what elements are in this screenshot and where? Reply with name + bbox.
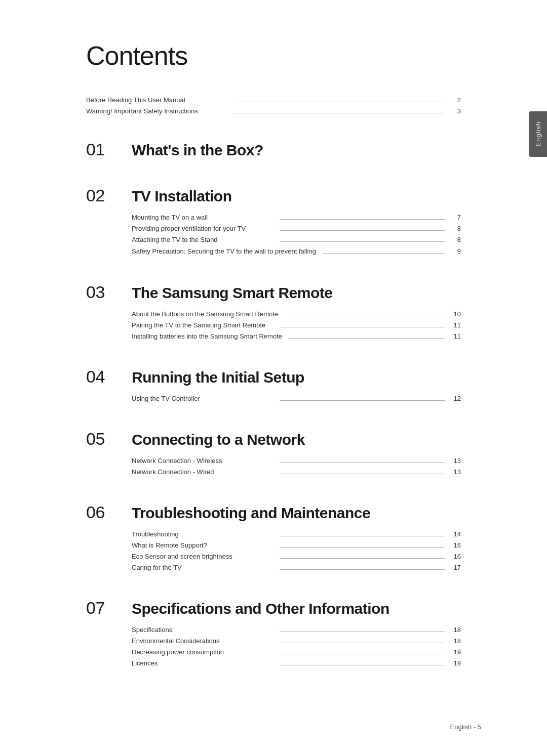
toc-page: 13 bbox=[451, 457, 461, 465]
toc-page: 16 bbox=[451, 541, 461, 549]
section-number: 02 bbox=[86, 186, 132, 205]
toc-entry: Safety Precaution: Securing the TV to th… bbox=[132, 247, 461, 256]
section-entries: Mounting the TV on a wall7Providing prop… bbox=[86, 214, 461, 256]
toc-entry: Eco Sensor and screen brightness16 bbox=[132, 553, 461, 561]
toc-entry: About the Buttons on the Samsung Smart R… bbox=[132, 310, 461, 318]
toc-dots bbox=[280, 219, 445, 220]
toc-page: 7 bbox=[451, 214, 461, 221]
section-title: Connecting to a Network bbox=[132, 431, 305, 448]
section-entries: Troubleshooting14What is Remote Support?… bbox=[86, 530, 461, 572]
toc-dots bbox=[280, 569, 445, 570]
intro-item: Warning! Important Safety Instructions3 bbox=[86, 107, 461, 115]
toc-dots bbox=[280, 230, 445, 231]
toc-dots bbox=[280, 474, 445, 474]
toc-page: 19 bbox=[451, 659, 461, 667]
toc-entry-text: Troubleshooting bbox=[132, 530, 274, 538]
sections-container: 01What's in the Box?02TV InstallationMou… bbox=[86, 140, 461, 667]
toc-entry: Pairing the TV to the Samsung Smart Remo… bbox=[132, 321, 461, 329]
toc-dots bbox=[280, 643, 445, 643]
section-title: Running the Initial Setup bbox=[132, 369, 304, 386]
toc-dots bbox=[280, 654, 445, 654]
toc-dots bbox=[280, 400, 445, 401]
section-number: 05 bbox=[86, 429, 132, 449]
page-container: English Contents Before Reading This Use… bbox=[0, 0, 547, 756]
toc-entry-text: Caring for the TV bbox=[132, 564, 274, 571]
toc-page: 8 bbox=[451, 225, 461, 232]
toc-page: 18 bbox=[451, 637, 461, 645]
section-title: Troubleshooting and Maintenance bbox=[132, 505, 370, 522]
toc-dots bbox=[280, 241, 445, 242]
intro-item-text: Before Reading This User Manual bbox=[86, 96, 228, 104]
toc-entry: Environmental Considerations18 bbox=[132, 637, 461, 645]
section-title: What's in the Box? bbox=[132, 142, 263, 159]
section-title: The Samsung Smart Remote bbox=[132, 284, 332, 302]
toc-dots bbox=[284, 316, 445, 316]
toc-entry-text: Providing proper ventilation for your TV bbox=[132, 225, 274, 232]
section-number: 06 bbox=[86, 502, 132, 522]
toc-entry: Decreasing power consumption19 bbox=[132, 648, 461, 656]
toc-dots bbox=[322, 253, 445, 254]
toc-dots bbox=[288, 338, 445, 339]
section-title: Specifications and Other Information bbox=[132, 600, 389, 617]
section-04: 04Running the Initial SetupUsing the TV … bbox=[86, 367, 461, 403]
intro-section: Before Reading This User Manual2Warning!… bbox=[86, 96, 461, 115]
toc-entry: Troubleshooting14 bbox=[132, 530, 461, 538]
toc-page: 8 bbox=[451, 236, 461, 243]
toc-page: 11 bbox=[451, 332, 461, 340]
section-header: 01What's in the Box? bbox=[86, 140, 461, 159]
toc-dots bbox=[280, 632, 445, 632]
toc-entry-text: Decreasing power consumption bbox=[132, 648, 274, 656]
section-07: 07Specifications and Other InformationSp… bbox=[86, 598, 461, 667]
toc-entry-text: Environmental Considerations bbox=[132, 637, 274, 645]
toc-page: 12 bbox=[451, 395, 461, 402]
toc-entry-text: Pairing the TV to the Samsung Smart Remo… bbox=[132, 321, 274, 329]
section-header: 07Specifications and Other Information bbox=[86, 598, 461, 618]
section-title: TV Installation bbox=[132, 188, 232, 205]
toc-entry-text: Network Connection - Wired bbox=[132, 468, 274, 476]
toc-entry: Specifications18 bbox=[132, 626, 461, 634]
toc-dots bbox=[280, 463, 445, 463]
toc-dots bbox=[280, 547, 445, 548]
section-number: 04 bbox=[86, 367, 132, 387]
toc-entry: Caring for the TV17 bbox=[132, 564, 461, 572]
toc-page: 13 bbox=[451, 468, 461, 476]
toc-dots bbox=[234, 113, 445, 113]
toc-page: 14 bbox=[451, 530, 461, 538]
toc-dots bbox=[280, 558, 445, 559]
toc-dots bbox=[280, 536, 445, 536]
toc-page: 18 bbox=[451, 626, 461, 634]
section-number: 01 bbox=[86, 140, 132, 159]
section-header: 03The Samsung Smart Remote bbox=[86, 282, 461, 302]
toc-page: 2 bbox=[451, 96, 461, 104]
toc-page: 17 bbox=[451, 564, 461, 571]
toc-dots bbox=[280, 327, 445, 327]
toc-entry-text: Specifications bbox=[132, 626, 274, 634]
toc-page: 3 bbox=[451, 107, 461, 115]
section-03: 03The Samsung Smart RemoteAbout the Butt… bbox=[86, 282, 461, 341]
toc-entry-text: What is Remote Support? bbox=[132, 541, 274, 549]
section-number: 07 bbox=[86, 598, 132, 618]
section-entries: About the Buttons on the Samsung Smart R… bbox=[86, 310, 461, 341]
section-header: 02TV Installation bbox=[86, 186, 461, 205]
section-header: 05Connecting to a Network bbox=[86, 429, 461, 449]
section-entries: Using the TV Controller12 bbox=[86, 395, 461, 403]
section-entries: Specifications18Environmental Considerat… bbox=[86, 626, 461, 667]
toc-page: 19 bbox=[451, 648, 461, 656]
toc-entry-text: Safety Precaution: Securing the TV to th… bbox=[132, 247, 316, 256]
section-01: 01What's in the Box? bbox=[86, 140, 461, 159]
section-05: 05Connecting to a NetworkNetwork Connect… bbox=[86, 429, 461, 476]
toc-entry-text: Network Connection - Wireless bbox=[132, 457, 274, 465]
toc-entry: Providing proper ventilation for your TV… bbox=[132, 225, 461, 233]
page-footer: English - 5 bbox=[450, 723, 481, 731]
main-content: Contents Before Reading This User Manual… bbox=[20, 0, 527, 734]
toc-entry: Licences19 bbox=[132, 659, 461, 667]
toc-entry: Using the TV Controller12 bbox=[132, 395, 461, 403]
toc-dots bbox=[280, 665, 445, 665]
intro-item: Before Reading This User Manual2 bbox=[86, 96, 461, 104]
side-tab: English bbox=[529, 111, 547, 157]
toc-entry-text: About the Buttons on the Samsung Smart R… bbox=[132, 310, 278, 318]
toc-page: 16 bbox=[451, 553, 461, 560]
toc-entry: What is Remote Support?16 bbox=[132, 541, 461, 550]
toc-dots bbox=[234, 102, 445, 102]
toc-entry: Network Connection - Wireless13 bbox=[132, 457, 461, 465]
